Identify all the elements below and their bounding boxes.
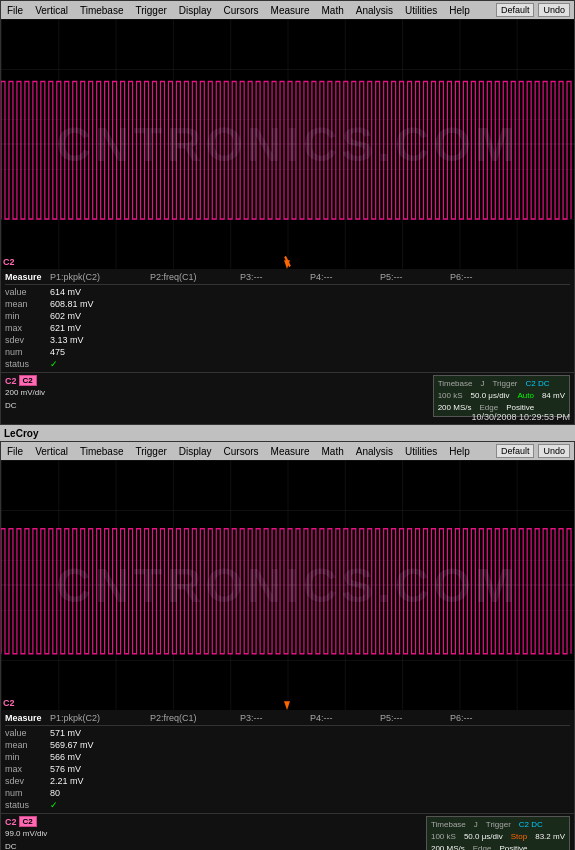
meas-row-mean-1: mean 608.81 mV	[5, 298, 570, 310]
menu-measure-2[interactable]: Measure	[269, 446, 312, 457]
menu-math-1[interactable]: Math	[320, 5, 346, 16]
timebase-key-2: Timebase	[431, 819, 466, 831]
meas-header-col3-1: P3:---	[240, 271, 310, 284]
default-button-2[interactable]: Default	[496, 444, 535, 458]
menu-vertical-2[interactable]: Vertical	[33, 446, 70, 457]
tb-value-2: 50.0 μs/div	[464, 831, 503, 843]
undo-button-1[interactable]: Undo	[538, 3, 570, 17]
menu-trigger-2[interactable]: Trigger	[133, 446, 168, 457]
trigger-key-2: Trigger	[486, 819, 511, 831]
ch2-header-2: C2 C2	[5, 816, 85, 827]
bottom-panel-1: C2 C2 200 mV/div DC Timebase J Trigger C…	[1, 372, 574, 424]
waveform-svg-2	[1, 460, 574, 710]
channel-label-1: C2	[3, 257, 15, 267]
tb-sample-row-2: 200 MS/s Edge Positive	[431, 843, 565, 850]
trig-level-1: 84 mV	[542, 390, 565, 402]
meas-row-sdev-1: sdev 3.13 mV	[5, 334, 570, 346]
meas-header-col6-1: P6:---	[450, 271, 570, 284]
meas-label-num-1: num	[5, 346, 50, 358]
ch2-info-1: C2 C2 200 mV/div DC	[5, 375, 85, 422]
datetime-1: 10/30/2008 10:29:53 PM	[471, 412, 570, 422]
default-button-1[interactable]: Default	[496, 3, 535, 17]
meas-label-min-2: min	[5, 751, 50, 763]
meas-val-sdev-2: 2.21 mV	[50, 775, 150, 787]
meas-label-sdev-1: sdev	[5, 334, 50, 346]
menu-display-2[interactable]: Display	[177, 446, 214, 457]
c2-indicator-1: C2 DC	[526, 378, 550, 390]
menu-file-2[interactable]: File	[5, 446, 25, 457]
meas-header-col5-2: P5:---	[380, 712, 450, 725]
edge-2: Edge	[473, 843, 492, 850]
menu-vertical-1[interactable]: Vertical	[33, 5, 70, 16]
tb-values-row-2: 100 kS 50.0 μs/div Stop 83.2 mV	[431, 831, 565, 843]
c2-box-2: C2	[19, 816, 37, 827]
menu-display-1[interactable]: Display	[177, 5, 214, 16]
meas-row-num-2: num 80	[5, 787, 570, 799]
timebase-key-1: Timebase	[438, 378, 473, 390]
menu-help-2[interactable]: Help	[447, 446, 472, 457]
meas-val-num-1: 475	[50, 346, 150, 358]
meas-val-value-1: 614 mV	[50, 286, 150, 298]
menu-cursors-2[interactable]: Cursors	[222, 446, 261, 457]
c2-indicator-2: C2 DC	[519, 819, 543, 831]
meas-label-value-2: value	[5, 727, 50, 739]
meas-label-mean-2: mean	[5, 739, 50, 751]
meas-val-sdev-1: 3.13 mV	[50, 334, 150, 346]
mode-2: Stop	[511, 831, 527, 843]
meas-row-sdev-2: sdev 2.21 mV	[5, 775, 570, 787]
trig-level-2: 83.2 mV	[535, 831, 565, 843]
menu-utilities-1[interactable]: Utilities	[403, 5, 439, 16]
coupling-1: DC	[5, 400, 85, 412]
meas-header-col2-1: P2:freq(C1)	[150, 271, 240, 284]
meas-header-col4-2: P4:---	[310, 712, 380, 725]
meas-label-mean-1: mean	[5, 298, 50, 310]
menu-trigger-1[interactable]: Trigger	[133, 5, 168, 16]
bottom-panel-2: C2 C2 99.0 mV/div DC Timebase J Trigger …	[1, 813, 574, 850]
menu-math-2[interactable]: Math	[320, 446, 346, 457]
menu-utilities-2[interactable]: Utilities	[403, 446, 439, 457]
meas-row-value-2: value 571 mV	[5, 727, 570, 739]
undo-button-2[interactable]: Undo	[538, 444, 570, 458]
panel-2: File Vertical Timebase Trigger Display C…	[0, 441, 575, 850]
waveform-area-2: C2 CNTRONICS.COM	[1, 460, 574, 710]
panel-1: File Vertical Timebase Trigger Display C…	[0, 0, 575, 425]
menu-analysis-1[interactable]: Analysis	[354, 5, 395, 16]
measurements-block-2: Measure P1:pkpk(C2) P2:freq(C1) P3:--- P…	[1, 710, 574, 813]
menu-bar-right-1: Default Undo	[496, 3, 570, 17]
meas-header-col6-2: P6:---	[450, 712, 570, 725]
trigger-key-1: Trigger	[492, 378, 517, 390]
meas-val-status-1: ✓	[50, 358, 150, 370]
menu-bar-right-2: Default Undo	[496, 444, 570, 458]
menu-timebase-2[interactable]: Timebase	[78, 446, 126, 457]
meas-row-max-2: max 576 mV	[5, 763, 570, 775]
meas-val-value-2: 571 mV	[50, 727, 150, 739]
menu-measure-1[interactable]: Measure	[269, 5, 312, 16]
tb-header-row-2: Timebase J Trigger C2 DC	[431, 819, 565, 831]
ks-key-1: 100 kS	[438, 390, 463, 402]
menu-cursors-1[interactable]: Cursors	[222, 5, 261, 16]
meas-row-max-1: max 621 mV	[5, 322, 570, 334]
ch2-info-2: C2 C2 99.0 mV/div DC	[5, 816, 85, 850]
meas-row-min-2: min 566 mV	[5, 751, 570, 763]
meas-val-num-2: 80	[50, 787, 150, 799]
j-key-2: J	[474, 819, 478, 831]
menu-timebase-1[interactable]: Timebase	[78, 5, 126, 16]
c2-box-1: C2	[19, 375, 37, 386]
meas-label-sdev-2: sdev	[5, 775, 50, 787]
menu-analysis-2[interactable]: Analysis	[354, 446, 395, 457]
meas-label-max-1: max	[5, 322, 50, 334]
meas-val-max-2: 576 mV	[50, 763, 150, 775]
menu-help-1[interactable]: Help	[447, 5, 472, 16]
c2-label-1: C2	[5, 376, 17, 386]
c2-label-2: C2	[5, 817, 17, 827]
volt-div-1: 200 mV/div	[5, 387, 85, 399]
timebase-info-2: Timebase J Trigger C2 DC 100 kS 50.0 μs/…	[426, 816, 570, 850]
meas-val-mean-1: 608.81 mV	[50, 298, 150, 310]
meas-label-status-1: status	[5, 358, 50, 370]
meas-header-col4-1: P4:---	[310, 271, 380, 284]
meas-label-min-1: min	[5, 310, 50, 322]
menu-file-1[interactable]: File	[5, 5, 25, 16]
meas-label-status-2: status	[5, 799, 50, 811]
measurements-header-1: Measure P1:pkpk(C2) P2:freq(C1) P3:--- P…	[5, 271, 570, 285]
meas-label-value-1: value	[5, 286, 50, 298]
